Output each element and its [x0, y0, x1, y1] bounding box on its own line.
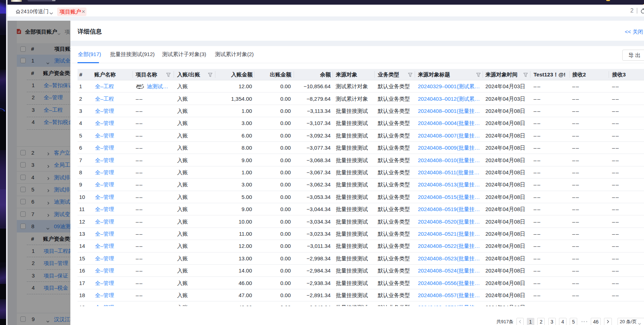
svg-text:360: 360 [136, 84, 141, 88]
